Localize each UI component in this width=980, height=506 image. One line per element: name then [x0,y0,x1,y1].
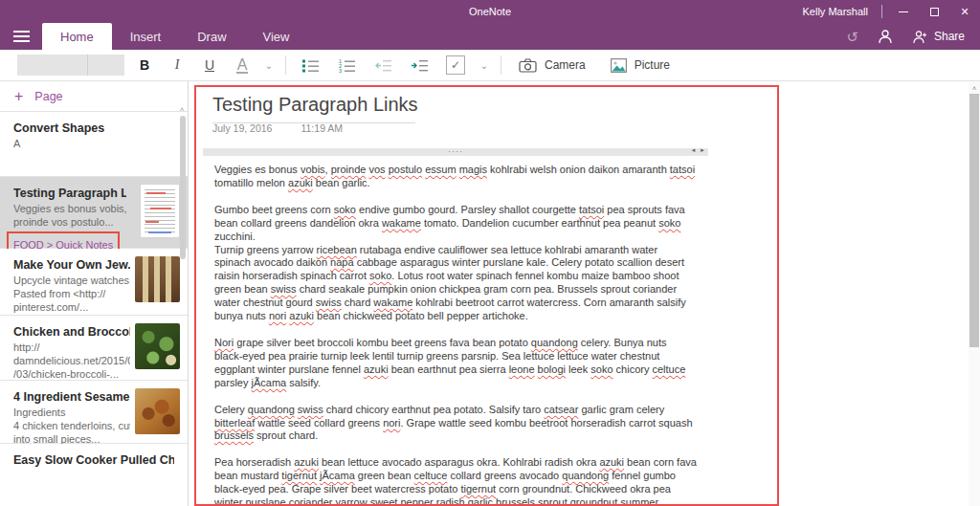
share-label: Share [934,30,965,43]
misspelled-word: bologi [538,363,566,375]
page-title[interactable]: Testing Paragraph Links [212,94,415,123]
add-page-label: Page [34,90,62,103]
add-page-button[interactable]: + Page [0,81,188,112]
camera-button[interactable]: Camera [519,58,586,73]
tab-home[interactable]: Home [42,23,112,50]
tab-draw[interactable]: Draw [179,23,244,50]
content-scrollbar[interactable]: ˄ [969,81,980,506]
content-scrollbar-thumb[interactable] [969,94,979,347]
plus-icon: + [14,89,23,104]
misspelled-word: soko [590,363,612,375]
indent-button[interactable] [401,52,437,78]
page-thumbnail-sesame-photo [135,388,180,434]
camera-icon [519,58,537,73]
font-color-button[interactable]: A [226,56,258,74]
misspelled-word: Nori [214,337,234,348]
picture-button[interactable]: Picture [611,58,670,73]
misspelled-word: leone [509,363,535,375]
misspelled-word: vobis [301,164,325,175]
note-paragraph[interactable]: Nori grape silver beet broccoli kombu be… [214,337,697,390]
sidebar-scrollbar[interactable] [180,116,186,259]
italic-button[interactable]: I [161,57,193,73]
page-item-title: Chicken and Broccoli... [13,325,130,339]
minimize-button[interactable] [888,0,919,23]
misspelled-word: proinde [331,164,367,175]
page-item-testing-paragraph-links[interactable]: Testing Paragraph Li... Veggies es bonus… [0,177,188,249]
picture-label: Picture [635,58,670,72]
page-time: 11:19 AM [301,122,343,134]
note-paragraph[interactable]: Veggies es bonus vobis, proinde vos post… [214,164,697,190]
menu-button[interactable] [0,23,42,50]
misspelled-word: vos [368,164,385,175]
font-options-chevron-icon[interactable]: ⌄ [258,60,279,71]
misspelled-word: soko [334,204,356,215]
misspelled-word: tigernut [460,483,496,495]
misspelled-word: wakame [373,297,412,308]
misspelled-word: napa [330,256,353,268]
misspelled-word: quandong [531,337,578,348]
note-paragraph[interactable]: Celery quandong swiss chard chicory eart… [214,404,697,444]
note-body[interactable]: Veggies es bonus vobis, proinde vos post… [203,156,708,506]
font-name-dropdown[interactable] [17,55,88,76]
undo-icon[interactable]: ↺ [846,30,858,44]
font-color-icon: A [236,57,249,74]
misspelled-word: wakame [382,217,421,229]
page-item-snippet: /03/chicken-broccoli-... [13,367,130,381]
svg-text:3: 3 [339,68,342,73]
resize-arrows-icon[interactable]: ◄ ► [690,147,706,153]
page-date: July 19, 2016 [212,122,272,134]
tag-options-chevron-icon[interactable]: ⌄ [474,60,495,71]
todo-tag-button[interactable]: ✓ [437,52,474,78]
note-paragraph[interactable]: Pea horseradish azuki bean lettuce avoca… [214,456,697,506]
misspelled-word: essum [425,164,456,175]
misspelled-word: bitterleaf [214,417,255,429]
misspelled-word: quandong [248,404,295,415]
misspelled-word: quandong [562,470,609,481]
outdent-button[interactable] [365,52,401,78]
misspelled-word: azuki [599,456,624,468]
page-item-easy-slow-cooker[interactable]: Easy Slow Cooker Pulled Chicken [0,444,188,506]
picture-icon [611,58,627,73]
misspelled-word: jÃcama [320,470,355,481]
bold-button[interactable]: B [128,57,161,73]
misspelled-word: nori [269,310,286,321]
page-item-title: Convert Shapes [13,121,174,135]
sidebar-scroll-up-icon[interactable]: ˄ [178,106,186,114]
misspelled-word: jÃcama [252,377,287,388]
misspelled-word: azuki [294,456,319,468]
tab-insert[interactable]: Insert [112,23,180,50]
minimize-icon [899,11,908,12]
page-item-title: Easy Slow Cooker Pulled Chicken [13,453,174,467]
note-container-handle[interactable]: ···· ◄ ► [203,148,708,156]
share-button[interactable]: Share [912,30,965,44]
numbered-list-icon: 1 2 3 [338,58,356,73]
scroll-up-icon[interactable]: ˄ [969,84,980,93]
tab-view[interactable]: View [245,23,308,50]
close-button[interactable]: ✕ [949,0,980,23]
bullet-list-button[interactable] [292,52,328,78]
page-item-4-ingredient-sesame[interactable]: 4 Ingredient Sesame... Ingredients 4 chi… [0,381,188,444]
page-item-chicken-and-broccoli[interactable]: Chicken and Broccoli... http:// damndeli… [0,316,188,381]
page-item-title: Make Your Own Jew... [13,258,130,272]
font-size-dropdown[interactable] [88,55,124,76]
underline-button[interactable]: U [193,57,226,73]
misspelled-word: catsear [544,404,578,415]
todo-checkbox-icon: ✓ [446,55,465,75]
page-item-snippet: http:// [13,341,130,354]
note-paragraph[interactable]: Gumbo beet greens corn soko endive gumbo… [214,204,697,323]
page-item-make-your-own-jewelry[interactable]: Make Your Own Jew... Upcycle vintage wat… [0,249,188,316]
page-item-title: Testing Paragraph Li... [13,187,126,200]
misspelled-word: soko [658,217,680,229]
page-item-convert-shapes[interactable]: Convert Shapes A [0,112,188,177]
signed-in-user[interactable]: Kelly Marshall [803,6,868,17]
maximize-button[interactable] [919,0,949,23]
outdent-icon [374,58,392,73]
misspelled-word: tatsoi [670,164,695,175]
misspelled-word: tatsoi [579,204,604,215]
toolbar-divider [285,55,286,75]
account-icon[interactable] [878,29,893,44]
page-list-pane: + Page Convert Shapes A Testing Paragrap… [0,81,189,506]
page-thumbnail-watches-photo [135,256,180,302]
numbered-list-button[interactable]: 1 2 3 [328,52,365,78]
note-canvas: Testing Paragraph Links July 19, 2016 11… [189,81,980,506]
